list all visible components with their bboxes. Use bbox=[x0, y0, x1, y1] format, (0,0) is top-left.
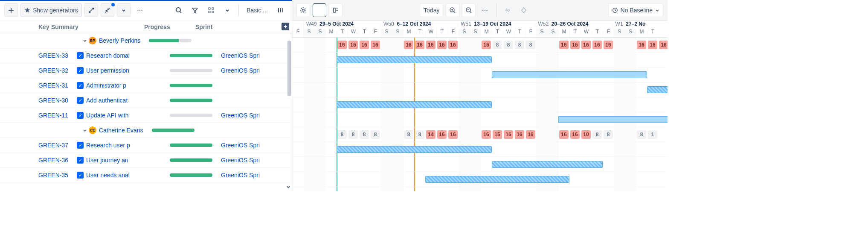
workload-badge: 8 bbox=[604, 130, 613, 139]
day-header: T bbox=[414, 29, 425, 37]
workload-badge: 8 bbox=[592, 130, 602, 139]
col-key[interactable]: Key bbox=[4, 23, 51, 30]
group-name[interactable]: Catherine Evans bbox=[99, 127, 143, 134]
col-progress[interactable]: Progress bbox=[144, 23, 195, 30]
svg-point-6 bbox=[317, 8, 319, 10]
avatar: CE bbox=[89, 126, 96, 134]
filter-button[interactable] bbox=[188, 3, 202, 17]
more-actions-button[interactable]: ⋯ bbox=[133, 3, 147, 17]
task-row[interactable]: GREEN-37 ✓ Research user p GreeniOS Spri bbox=[0, 138, 292, 153]
issue-summary[interactable]: Administrator p bbox=[86, 82, 126, 89]
search-button[interactable] bbox=[172, 3, 186, 17]
scrollbar[interactable] bbox=[287, 28, 291, 173]
issue-summary[interactable]: User permission bbox=[86, 67, 129, 74]
gantt-row bbox=[292, 112, 668, 127]
gantt-bar[interactable] bbox=[647, 86, 668, 93]
columns-button[interactable] bbox=[274, 3, 287, 17]
gantt-bar[interactable] bbox=[492, 71, 647, 78]
gantt-bar[interactable] bbox=[337, 101, 492, 108]
gantt-bar[interactable] bbox=[337, 56, 492, 63]
day-header: W bbox=[425, 29, 436, 37]
issue-key[interactable]: GREEN-36 bbox=[38, 157, 68, 164]
workload-badge: 16 bbox=[426, 41, 435, 49]
sprint-link[interactable]: GreeniOS Spri bbox=[221, 67, 264, 74]
milestone-button[interactable] bbox=[517, 3, 531, 17]
group-dropdown[interactable] bbox=[221, 3, 234, 17]
issue-summary[interactable]: Research domai bbox=[86, 52, 130, 59]
baseline-select[interactable]: No Baseline bbox=[608, 3, 664, 17]
col-summary[interactable]: Summary bbox=[51, 23, 144, 30]
issue-key[interactable]: GREEN-37 bbox=[38, 142, 68, 149]
sprint-link[interactable]: GreeniOS Spri bbox=[221, 142, 264, 149]
zoom-out-button[interactable] bbox=[462, 3, 476, 17]
issue-key[interactable]: GREEN-33 bbox=[38, 52, 68, 59]
sprint-link[interactable]: GreeniOS Spri bbox=[221, 52, 264, 59]
story-icon: ✓ bbox=[77, 172, 84, 179]
workload-badge: 8 bbox=[515, 41, 524, 49]
day-header: T bbox=[492, 29, 503, 37]
sprint-link[interactable]: GreeniOS Spri bbox=[221, 157, 264, 164]
workload-badge: 8 bbox=[337, 130, 347, 139]
avatar: BP bbox=[89, 37, 96, 44]
zoom-in-button[interactable] bbox=[446, 3, 459, 17]
issue-summary[interactable]: User needs anal bbox=[86, 172, 130, 179]
issue-key[interactable]: GREEN-35 bbox=[38, 172, 68, 179]
issue-key[interactable]: GREEN-31 bbox=[38, 82, 68, 89]
task-row[interactable]: GREEN-36 ✓ User journey an GreeniOS Spri bbox=[0, 153, 292, 168]
sprint-link[interactable]: GreeniOS Spri bbox=[221, 112, 264, 119]
today-button[interactable]: Today bbox=[420, 3, 443, 17]
issue-summary[interactable]: User journey an bbox=[86, 157, 128, 164]
gantt-bar[interactable] bbox=[492, 161, 603, 168]
task-row[interactable]: GREEN-32 ✓ User permission GreeniOS Spri bbox=[0, 63, 292, 78]
day-header: W bbox=[503, 29, 514, 37]
task-row[interactable]: GREEN-31 ✓ Administrator p bbox=[0, 78, 292, 93]
expand-button[interactable] bbox=[84, 3, 98, 17]
workload-badge: 16 bbox=[337, 41, 347, 49]
expand-dropdown[interactable] bbox=[117, 3, 131, 17]
view-mode-select[interactable]: Basic ... bbox=[243, 3, 271, 17]
collapse-button[interactable] bbox=[101, 3, 114, 17]
workload-badge: 16 bbox=[404, 41, 413, 49]
group-row[interactable]: BP Beverly Perkins bbox=[0, 33, 292, 48]
expand-icon[interactable] bbox=[81, 37, 89, 44]
task-row[interactable]: GREEN-11 ✓ Update API with GreeniOS Spri bbox=[0, 108, 292, 123]
gantt-bar[interactable] bbox=[337, 146, 492, 153]
link-button[interactable] bbox=[501, 3, 514, 17]
group-button[interactable] bbox=[204, 3, 218, 17]
issue-key[interactable]: GREEN-32 bbox=[38, 67, 68, 74]
layout-button[interactable] bbox=[329, 3, 343, 17]
timeline-more-button[interactable]: ⋯ bbox=[478, 3, 492, 17]
expand-icon[interactable] bbox=[81, 126, 89, 134]
resources-button[interactable] bbox=[313, 3, 326, 17]
group-name[interactable]: Beverly Perkins bbox=[99, 37, 140, 44]
workload-badge: 16 bbox=[415, 41, 424, 49]
add-button[interactable] bbox=[4, 3, 18, 17]
group-row[interactable]: CE Catherine Evans bbox=[0, 123, 292, 138]
day-header: T bbox=[592, 29, 603, 37]
show-generators-button[interactable]: Show generators bbox=[20, 3, 82, 17]
issue-summary[interactable]: Research user p bbox=[86, 142, 130, 149]
issue-summary[interactable]: Update API with bbox=[86, 112, 129, 119]
notification-dot bbox=[111, 3, 115, 6]
task-row[interactable]: GREEN-30 ✓ Add authenticat bbox=[0, 93, 292, 108]
gantt-bar[interactable] bbox=[558, 116, 668, 123]
show-generators-label: Show generators bbox=[33, 7, 78, 14]
task-row[interactable]: GREEN-33 ✓ Research domai GreeniOS Spri bbox=[0, 48, 292, 63]
col-sprint[interactable]: Sprint bbox=[195, 23, 238, 30]
issue-key[interactable]: GREEN-30 bbox=[38, 97, 68, 104]
task-row[interactable]: GREEN-35 ✓ User needs anal GreeniOS Spri bbox=[0, 168, 292, 183]
gantt-row: 88888814161616151616161616108881 bbox=[292, 127, 668, 142]
settings-button[interactable] bbox=[296, 3, 310, 17]
day-header: S bbox=[303, 29, 314, 37]
issue-summary[interactable]: Add authenticat bbox=[86, 97, 128, 104]
issue-key[interactable]: GREEN-11 bbox=[38, 112, 68, 119]
workload-badge: 8 bbox=[360, 130, 369, 139]
workload-badge: 14 bbox=[426, 130, 435, 139]
day-header: M bbox=[403, 29, 414, 37]
sprint-link[interactable]: GreeniOS Spri bbox=[221, 172, 264, 179]
gantt-bar[interactable] bbox=[425, 176, 569, 183]
scroll-down-icon[interactable] bbox=[286, 184, 291, 190]
svg-point-0 bbox=[176, 8, 180, 12]
scrollbar-thumb[interactable] bbox=[287, 41, 291, 96]
workload-badge: 8 bbox=[348, 130, 358, 139]
